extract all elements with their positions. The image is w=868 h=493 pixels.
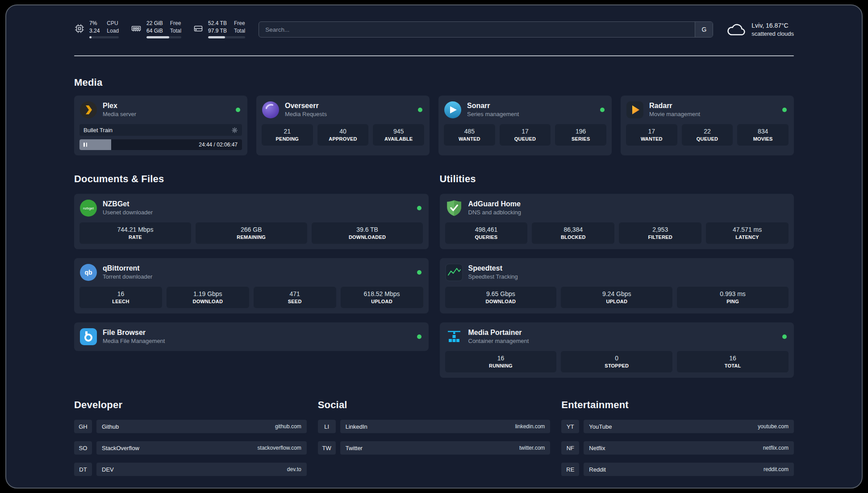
filebrowser-icon [79, 328, 97, 346]
adguard-card[interactable]: AdGuard Home DNS and adblocking 498,461 … [440, 194, 794, 249]
bookmark-abbr: TW [318, 441, 336, 455]
speedtest-stat-ping: 0.993 ms PING [677, 287, 789, 308]
cpu-icon [74, 23, 85, 36]
stat-value: 485 [464, 128, 475, 134]
stat-value: 1.19 Gbps [193, 291, 222, 297]
stat-value: 945 [393, 128, 404, 134]
app-subtitle: Torrent downloader [103, 273, 152, 280]
overseerr-stat-available: 945 AVAILABLE [373, 124, 424, 146]
playback-progress-bar: 24:44 / 02:06:47 [79, 139, 242, 150]
bookmark-url: reddit.com [764, 466, 789, 472]
bookmark-stackoverflow[interactable]: SO StackOverflow stackoverflow.com [74, 441, 307, 455]
search-engine-button[interactable]: G [695, 22, 713, 37]
stat-label: APPROVED [329, 137, 357, 142]
section-title-documents: Documents & Files [74, 173, 429, 185]
stat-label: WANTED [641, 137, 663, 142]
gear-icon[interactable] [231, 127, 238, 134]
search-bar: G [259, 21, 713, 38]
app-subtitle: Media File Management [103, 338, 165, 344]
bookmark-dev[interactable]: DT DEV dev.to [74, 463, 307, 476]
stat-value: 40 [339, 128, 346, 134]
sonarr-stat-wanted: 485 WANTED [444, 124, 495, 146]
bookmark-twitter[interactable]: TW Twitter twitter.com [318, 441, 551, 455]
app-subtitle: Container management [468, 338, 529, 344]
storage-usage-bar-fill [208, 36, 225, 38]
storage-free-label: Free [234, 21, 245, 27]
svg-text:nzbget: nzbget [83, 206, 94, 210]
portainer-stat-stopped: 0 STOPPED [561, 351, 672, 372]
bookmark-name: Netflix [589, 445, 605, 451]
section-title-entertainment: Entertainment [561, 399, 794, 411]
stat-value: 834 [758, 128, 768, 134]
nzbget-stat-remaining: 266 GB REMAINING [196, 222, 307, 244]
nzbget-stat-downloaded: 39.6 TB DOWNLOADED [312, 222, 423, 244]
bookmark-url: youtube.com [758, 423, 789, 430]
bookmark-github[interactable]: GH Github github.com [74, 420, 307, 433]
storage-total-value: 97.9 TB [208, 28, 227, 34]
pause-icon[interactable] [83, 143, 87, 147]
status-dot [600, 108, 605, 112]
stat-label: UPLOAD [606, 299, 627, 304]
stat-value: 471 [290, 291, 300, 297]
cpu-usage-value: 7% [89, 21, 100, 27]
weather-location: Lviv, 16.87°C [751, 22, 794, 29]
stat-label: LEECH [112, 299, 129, 304]
weather-condition: scattered clouds [751, 30, 794, 37]
qbittorrent-card[interactable]: qb qBittorrent Torrent downloader 16 LEE… [74, 258, 429, 313]
memory-free-label: Free [170, 21, 181, 27]
bookmark-url: linkedin.com [515, 423, 545, 430]
bookmark-url: twitter.com [519, 445, 545, 451]
bookmark-abbr: DT [74, 463, 92, 476]
overseerr-card[interactable]: Overseerr Media Requests 21 PENDING 40 A… [256, 96, 430, 155]
sonarr-stat-series: 196 SERIES [555, 124, 606, 146]
bookmark-abbr: SO [74, 441, 92, 455]
cpu-label-1: CPU [107, 21, 119, 27]
nzbget-card[interactable]: nzbget NZBGet Usenet downloader 744.21 M… [74, 194, 429, 249]
bookmark-netflix[interactable]: NF Netflix netflix.com [561, 441, 794, 455]
filebrowser-card[interactable]: File Browser Media File Management [74, 322, 429, 351]
storage-icon [193, 23, 204, 36]
app-subtitle: Usenet downloader [103, 209, 153, 216]
search-input[interactable] [259, 21, 713, 38]
overseerr-stat-pending: 21 PENDING [262, 124, 313, 146]
bookmark-name: YouTube [589, 423, 612, 430]
plex-card[interactable]: Plex Media server Bullet Train [74, 96, 247, 155]
stat-label: WANTED [459, 137, 480, 142]
bookmark-youtube[interactable]: YT YouTube youtube.com [561, 420, 794, 433]
bookmark-url: dev.to [287, 466, 301, 472]
app-name: qBittorrent [103, 265, 152, 272]
storage-usage-bar [208, 36, 245, 38]
bookmark-reddit[interactable]: RE Reddit reddit.com [561, 463, 794, 476]
stat-value: 47.571 ms [733, 226, 762, 233]
app-name: File Browser [103, 329, 165, 337]
stat-value: 39.6 TB [356, 226, 378, 233]
bookmark-url: github.com [275, 423, 301, 430]
svg-text:qb: qb [84, 269, 92, 276]
bookmark-url: netflix.com [763, 445, 789, 451]
stat-value: 0.993 ms [720, 291, 746, 297]
bookmark-abbr: GH [74, 420, 92, 433]
stat-value: 2,953 [652, 226, 668, 233]
app-name: Radarr [649, 102, 700, 110]
cpu-usage-bar-fill [89, 36, 92, 38]
stat-value: 498,461 [475, 226, 498, 233]
stat-label: LATENCY [735, 235, 759, 240]
playback-time: 24:44 / 02:06:47 [199, 142, 238, 148]
portainer-card[interactable]: Media Portainer Container management 16 … [440, 322, 794, 378]
stat-value: 17 [648, 128, 655, 134]
app-name: Speedtest [468, 265, 518, 272]
stat-label: AVAILABLE [384, 137, 413, 142]
stat-value: 22 [704, 128, 711, 134]
speedtest-stat-upload: 9.24 Gbps UPLOAD [561, 287, 672, 308]
sonarr-card[interactable]: Sonarr Series management 485 WANTED 17 Q… [438, 96, 612, 155]
memory-widget: 22 GiB 64 GiB Free Total [130, 21, 181, 39]
section-title-developer: Developer [74, 399, 307, 411]
radarr-card[interactable]: Radarr Movie management 17 WANTED 22 QUE… [621, 96, 794, 155]
overseerr-stat-approved: 40 APPROVED [317, 124, 369, 146]
stat-label: RUNNING [489, 363, 513, 368]
speedtest-card[interactable]: Speedtest Speedtest Tracking 9.65 Gbps D… [440, 258, 794, 313]
app-name: Media Portainer [468, 329, 529, 337]
stat-label: DOWNLOADED [349, 235, 386, 240]
bookmark-linkedin[interactable]: LI LinkedIn linkedin.com [318, 420, 551, 433]
stat-label: PING [726, 299, 739, 304]
